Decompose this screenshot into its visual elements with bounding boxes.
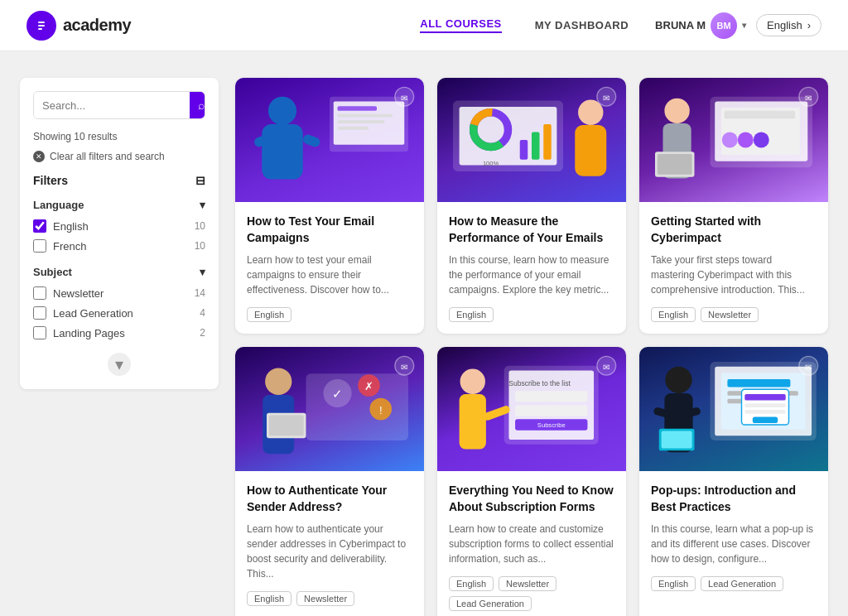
lead-generation-count: 4 bbox=[189, 307, 205, 319]
course-title: Pop-ups: Introduction and Best Practices bbox=[651, 483, 817, 515]
landing-pages-checkbox[interactable] bbox=[33, 326, 46, 339]
avatar: BM bbox=[711, 12, 737, 39]
svg-text:✉: ✉ bbox=[401, 363, 407, 372]
course-tags: EnglishNewsletter bbox=[247, 591, 412, 606]
header-right: BRUNA M BM ▾ English › bbox=[655, 12, 822, 39]
svg-text:✉: ✉ bbox=[603, 94, 610, 103]
course-description: In this course, learn how to measure the… bbox=[449, 253, 614, 297]
svg-text:100%: 100% bbox=[483, 160, 499, 167]
french-count: 10 bbox=[189, 240, 205, 252]
course-card[interactable]: ✉ Getting Started with Cyberimpact Take … bbox=[639, 78, 828, 334]
filter-icon[interactable]: ⊟ bbox=[195, 174, 205, 187]
svg-text:✉: ✉ bbox=[805, 94, 812, 103]
course-body: How to Test Your Email Campaigns Learn h… bbox=[235, 202, 424, 334]
svg-rect-26 bbox=[575, 125, 606, 176]
newsletter-label[interactable]: Newsletter bbox=[53, 287, 182, 300]
svg-rect-21 bbox=[520, 140, 528, 160]
course-body: How to Measure the Performance of Your E… bbox=[437, 202, 626, 334]
newsletter-checkbox[interactable] bbox=[33, 286, 46, 300]
course-tag: English bbox=[651, 576, 696, 591]
course-body: Getting Started with Cyberimpact Take yo… bbox=[639, 202, 828, 334]
course-tag: Newsletter bbox=[296, 591, 354, 606]
course-body: Everything You Need to Know About Subscr… bbox=[437, 471, 626, 616]
filter-item-french: French 10 bbox=[33, 239, 205, 253]
svg-text:✉: ✉ bbox=[603, 363, 610, 372]
nav-all-courses[interactable]: ALL COURSES bbox=[420, 17, 501, 33]
filters-title: Filters bbox=[33, 174, 68, 187]
show-more-button[interactable]: ▾ bbox=[33, 353, 205, 376]
course-description: Learn how to create and customize subscr… bbox=[449, 522, 614, 566]
svg-text:Subscribe to the list: Subscribe to the list bbox=[508, 380, 571, 388]
language-collapse-icon: ▾ bbox=[200, 199, 205, 211]
svg-rect-74 bbox=[744, 394, 785, 401]
course-thumbnail: 100% ✉ bbox=[437, 78, 626, 202]
svg-point-49 bbox=[265, 368, 292, 395]
svg-point-78 bbox=[665, 367, 691, 393]
svg-rect-75 bbox=[744, 404, 785, 408]
course-description: Learn how to authenticate your sender ad… bbox=[247, 522, 412, 581]
svg-text:Subscribe: Subscribe bbox=[537, 421, 566, 429]
course-title: Getting Started with Cyberimpact bbox=[651, 214, 817, 246]
clear-filters-button[interactable]: ✕ Clear all filters and search bbox=[33, 151, 205, 162]
svg-rect-3 bbox=[38, 28, 42, 30]
course-tag: English bbox=[651, 307, 696, 322]
course-tag: English bbox=[247, 307, 292, 322]
language-filter-header[interactable]: Language ▾ bbox=[33, 199, 205, 211]
lead-generation-checkbox[interactable] bbox=[33, 306, 46, 320]
search-input[interactable] bbox=[34, 93, 190, 118]
svg-rect-39 bbox=[658, 154, 692, 175]
french-checkbox[interactable] bbox=[33, 239, 46, 253]
svg-rect-9 bbox=[338, 127, 369, 130]
course-tag: Newsletter bbox=[701, 307, 759, 322]
svg-rect-32 bbox=[725, 111, 796, 119]
svg-point-35 bbox=[754, 132, 769, 148]
newsletter-count: 14 bbox=[189, 287, 205, 299]
language-chevron-icon: › bbox=[807, 19, 811, 31]
language-button[interactable]: English › bbox=[756, 14, 822, 36]
lead-generation-label[interactable]: Lead Generation bbox=[53, 307, 182, 320]
course-tag: Newsletter bbox=[499, 576, 556, 591]
user-area[interactable]: BRUNA M BM ▾ bbox=[655, 12, 746, 39]
svg-rect-52 bbox=[269, 416, 304, 436]
svg-point-33 bbox=[722, 132, 738, 148]
course-card[interactable]: ✉ Pop-ups: Introduction and Best Practic… bbox=[639, 347, 828, 616]
logo-icon bbox=[26, 11, 56, 41]
svg-rect-77 bbox=[753, 417, 778, 424]
course-card[interactable]: Subscribe to the list Subscribe ✉ Everyt… bbox=[437, 347, 626, 616]
course-tags: English bbox=[247, 307, 412, 322]
svg-rect-6 bbox=[338, 106, 378, 111]
svg-rect-23 bbox=[543, 124, 552, 160]
subject-filter-header[interactable]: Subject ▾ bbox=[33, 266, 205, 278]
svg-rect-22 bbox=[532, 132, 540, 160]
course-tags: English bbox=[449, 307, 614, 322]
svg-text:✗: ✗ bbox=[364, 380, 373, 392]
course-title: How to Test Your Email Campaigns bbox=[247, 214, 412, 246]
svg-rect-13 bbox=[301, 133, 321, 148]
filter-item-landing-pages: Landing Pages 2 bbox=[33, 326, 205, 339]
course-title: How to Authenticate Your Sender Address? bbox=[247, 483, 412, 515]
course-card[interactable]: ✉ How to Test Your Email Campaigns Learn… bbox=[235, 78, 424, 334]
course-tag: Lead Generation bbox=[449, 596, 532, 611]
course-thumbnail: Subscribe to the list Subscribe ✉ bbox=[437, 347, 626, 471]
course-title: How to Measure the Performance of Your E… bbox=[449, 214, 614, 246]
subject-filter-section: Subject ▾ Newsletter 14 Lead Generation … bbox=[33, 266, 205, 339]
french-label[interactable]: French bbox=[53, 240, 182, 253]
logo[interactable]: academy bbox=[26, 11, 131, 41]
course-card[interactable]: 100% ✉ How to Measure the Performance of… bbox=[437, 78, 626, 334]
show-more-icon: ▾ bbox=[108, 353, 131, 376]
landing-pages-label[interactable]: Landing Pages bbox=[53, 327, 182, 339]
svg-rect-70 bbox=[727, 379, 790, 387]
course-description: Take your first steps toward mastering C… bbox=[651, 253, 817, 297]
english-checkbox[interactable] bbox=[33, 219, 46, 233]
svg-text:!: ! bbox=[379, 404, 383, 416]
course-thumbnail: ✓ ✗ ! ✉ bbox=[235, 347, 424, 471]
svg-rect-8 bbox=[338, 120, 385, 123]
search-button[interactable]: ⌕ bbox=[190, 92, 205, 118]
courses-grid: ✉ How to Test Your Email Campaigns Learn… bbox=[235, 78, 828, 616]
course-tag: Lead Generation bbox=[701, 576, 783, 591]
course-card[interactable]: ✓ ✗ ! ✉ How to Authenticate Your Sender … bbox=[235, 347, 424, 616]
course-thumbnail: ✉ bbox=[639, 347, 828, 471]
english-label[interactable]: English bbox=[53, 220, 182, 233]
svg-rect-11 bbox=[262, 124, 302, 180]
nav-my-dashboard[interactable]: MY DASHBOARD bbox=[535, 19, 629, 31]
